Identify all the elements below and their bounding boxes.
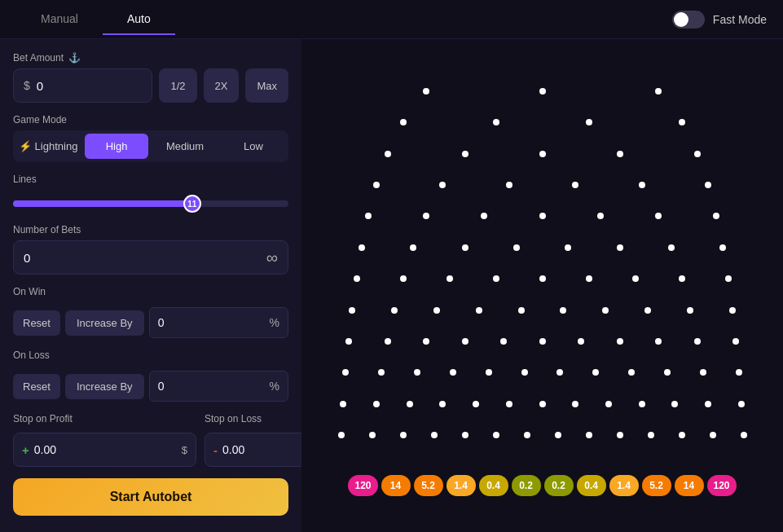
- peg: [423, 213, 429, 219]
- on-win-increase[interactable]: Increase By: [65, 310, 144, 336]
- mode-medium[interactable]: Medium: [153, 134, 217, 159]
- peg: [400, 275, 407, 282]
- bet-amount-input[interactable]: [37, 79, 143, 93]
- peg: [572, 182, 578, 188]
- lines-label: Lines: [13, 174, 288, 185]
- on-loss-input-wrapper: %: [149, 371, 288, 402]
- on-win-input[interactable]: [158, 316, 270, 329]
- peg: [476, 307, 482, 314]
- on-loss-percent: %: [270, 380, 279, 393]
- peg: [617, 151, 623, 157]
- peg: [617, 432, 623, 438]
- peg: [700, 369, 706, 376]
- peg: [602, 307, 609, 314]
- fast-mode-label: Fast Mode: [713, 13, 767, 26]
- peg: [694, 151, 701, 157]
- peg: [493, 119, 499, 125]
- right-panel: 120145.21.40.40.20.20.41.45.214120: [301, 39, 783, 532]
- peg: [373, 182, 380, 188]
- peg: [462, 432, 468, 438]
- peg: [586, 432, 592, 438]
- bet-amount-label: Bet Amount ⚓: [13, 52, 288, 64]
- multiplier-pill: 5.2: [414, 475, 443, 496]
- peg: [439, 401, 446, 407]
- multiplier-pill: 0.2: [544, 475, 574, 496]
- peg: [655, 88, 662, 95]
- stop-on-profit-input-wrapper: + $: [13, 433, 196, 467]
- peg: [648, 432, 654, 438]
- peg: [342, 369, 349, 376]
- peg: [423, 338, 429, 345]
- on-loss-input[interactable]: [158, 380, 270, 393]
- bet-amount-row: $ 1/2 2X Max: [13, 68, 288, 103]
- peg: [560, 307, 566, 314]
- on-win-label: On Win: [13, 286, 288, 297]
- peg: [679, 275, 685, 282]
- half-button[interactable]: 1/2: [159, 68, 196, 103]
- lines-slider-thumb[interactable]: 11: [183, 195, 201, 213]
- peg: [668, 244, 675, 251]
- on-win-row: Reset Increase By %: [13, 307, 288, 338]
- on-loss-increase[interactable]: Increase By: [65, 374, 144, 399]
- on-loss-row: Reset Increase By %: [13, 371, 288, 402]
- peg: [340, 401, 346, 407]
- peg: [694, 338, 701, 345]
- profit-sign: +: [22, 443, 29, 457]
- start-autobet-button[interactable]: Start Autobet: [13, 478, 288, 516]
- peg: [462, 244, 468, 251]
- number-of-bets-input[interactable]: [24, 251, 266, 265]
- peg: [365, 213, 372, 219]
- peg: [710, 432, 716, 438]
- peg: [556, 369, 563, 376]
- peg: [486, 369, 492, 376]
- peg: [539, 213, 546, 219]
- game-mode-row: ⚡ Lightning High Medium Low: [13, 130, 288, 162]
- peg: [338, 432, 345, 438]
- peg: [359, 244, 365, 251]
- peg: [655, 338, 662, 345]
- peg: [506, 401, 512, 407]
- peg: [349, 307, 355, 314]
- peg: [586, 275, 592, 282]
- peg: [345, 338, 352, 345]
- stop-on-loss-input[interactable]: [222, 443, 301, 456]
- game-mode-section: Game Mode ⚡ Lightning High Medium Low: [13, 114, 288, 162]
- max-button[interactable]: Max: [245, 68, 288, 103]
- mode-high[interactable]: High: [85, 134, 148, 159]
- multiplier-pill: 14: [381, 475, 411, 496]
- on-win-section: On Win Reset Increase By %: [13, 286, 288, 338]
- stop-on-profit-input[interactable]: [34, 443, 177, 456]
- fast-mode-toggle[interactable]: [672, 11, 705, 29]
- peg: [578, 338, 584, 345]
- peg: [729, 307, 736, 314]
- on-win-percent: %: [270, 316, 279, 329]
- peg: [628, 369, 635, 376]
- stop-row: Stop on Profit + $ Stop on Loss - $: [13, 413, 288, 467]
- peg: [410, 244, 416, 251]
- peg: [439, 182, 446, 188]
- multiplier-pill: 1.4: [446, 475, 476, 496]
- peg: [679, 432, 685, 438]
- peg: [354, 275, 360, 282]
- multiplier-pill: 0.4: [577, 475, 606, 496]
- peg: [565, 244, 571, 251]
- peg: [423, 88, 429, 95]
- peg: [369, 432, 376, 438]
- peg: [500, 338, 507, 345]
- peg: [518, 307, 525, 314]
- tab-manual[interactable]: Manual: [16, 4, 103, 35]
- mode-lightning[interactable]: ⚡ Lightning: [16, 134, 80, 159]
- peg: [414, 369, 420, 376]
- lines-slider-track-container[interactable]: 11: [13, 195, 288, 213]
- tab-auto[interactable]: Auto: [103, 4, 175, 35]
- number-of-bets-label: Number of Bets: [13, 224, 288, 235]
- peg: [679, 119, 685, 125]
- peg: [705, 182, 711, 188]
- mode-low[interactable]: Low: [222, 134, 285, 159]
- double-button[interactable]: 2X: [204, 68, 240, 103]
- multiplier-pill: 5.2: [642, 475, 671, 496]
- peg: [524, 432, 530, 438]
- on-win-reset[interactable]: Reset: [13, 310, 60, 336]
- on-loss-reset[interactable]: Reset: [13, 374, 60, 399]
- stop-on-loss-input-wrapper: - $: [205, 433, 301, 467]
